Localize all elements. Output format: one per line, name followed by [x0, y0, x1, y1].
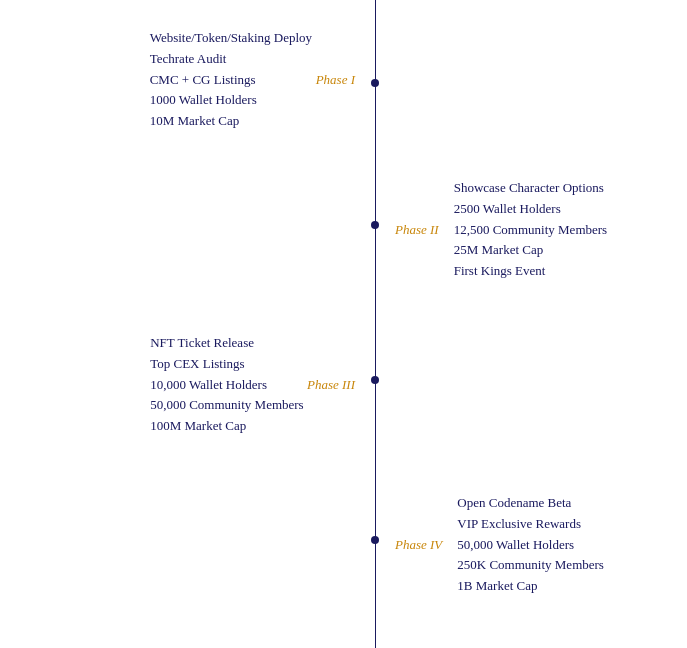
list-item: Top CEX Listings: [150, 354, 355, 375]
phase-iii-label: Phase III: [307, 377, 355, 393]
phase-i-dot: [371, 79, 379, 87]
phase-ii-text: Showcase Character Options 2500 Wallet H…: [454, 178, 607, 282]
list-item: 50,000 Wallet Holders: [457, 535, 604, 556]
phase-iv-section: Phase IV Open Codename Beta VIP Exclusiv…: [0, 460, 687, 620]
list-item: Website/Token/Staking Deploy: [150, 28, 355, 49]
phase-iii-dot: [371, 376, 379, 384]
phase-i-left: Website/Token/Staking Deploy Techrate Au…: [0, 28, 375, 132]
list-item: 250K Community Members: [457, 555, 604, 576]
phase-ii-label: Phase II: [395, 222, 439, 238]
roadmap-container: Website/Token/Staking Deploy Techrate Au…: [0, 0, 687, 648]
list-item: 50,000 Community Members: [150, 395, 355, 416]
list-item: NFT Ticket Release: [150, 333, 355, 354]
phase-iii-section: NFT Ticket Release Top CEX Listings 10,0…: [0, 300, 687, 460]
list-item: 100M Market Cap: [150, 416, 355, 437]
phase-iv-text: Open Codename Beta VIP Exclusive Rewards…: [457, 493, 604, 597]
list-item: Open Codename Beta: [457, 493, 604, 514]
phase-iv-right: Phase IV Open Codename Beta VIP Exclusiv…: [375, 493, 687, 597]
list-item: CMC + CG Listings: [150, 70, 256, 91]
phase-iv-label: Phase IV: [395, 537, 442, 553]
list-item: 1000 Wallet Holders: [150, 90, 355, 111]
list-item: 10M Market Cap: [150, 111, 355, 132]
list-item: 1B Market Cap: [457, 576, 604, 597]
phase-iii-text: NFT Ticket Release Top CEX Listings 10,0…: [150, 333, 355, 437]
phase-i-text: Website/Token/Staking Deploy Techrate Au…: [150, 28, 355, 132]
list-item: 25M Market Cap: [454, 240, 607, 261]
phase-iv-dot: [371, 536, 379, 544]
phase-iii-left: NFT Ticket Release Top CEX Listings 10,0…: [0, 333, 375, 437]
list-item: 12,500 Community Members: [454, 220, 607, 241]
list-item: Showcase Character Options: [454, 178, 607, 199]
list-item: First Kings Event: [454, 261, 607, 282]
list-item: Techrate Audit: [150, 49, 355, 70]
phase-ii-right: Phase II Showcase Character Options 2500…: [375, 178, 687, 282]
phase-i-label: Phase I: [316, 72, 355, 88]
list-item: VIP Exclusive Rewards: [457, 514, 604, 535]
list-item: 2500 Wallet Holders: [454, 199, 607, 220]
phase-ii-dot: [371, 221, 379, 229]
phase-i-section: Website/Token/Staking Deploy Techrate Au…: [0, 0, 687, 150]
list-item: 10,000 Wallet Holders: [150, 375, 267, 396]
phase-ii-section: Phase II Showcase Character Options 2500…: [0, 150, 687, 300]
